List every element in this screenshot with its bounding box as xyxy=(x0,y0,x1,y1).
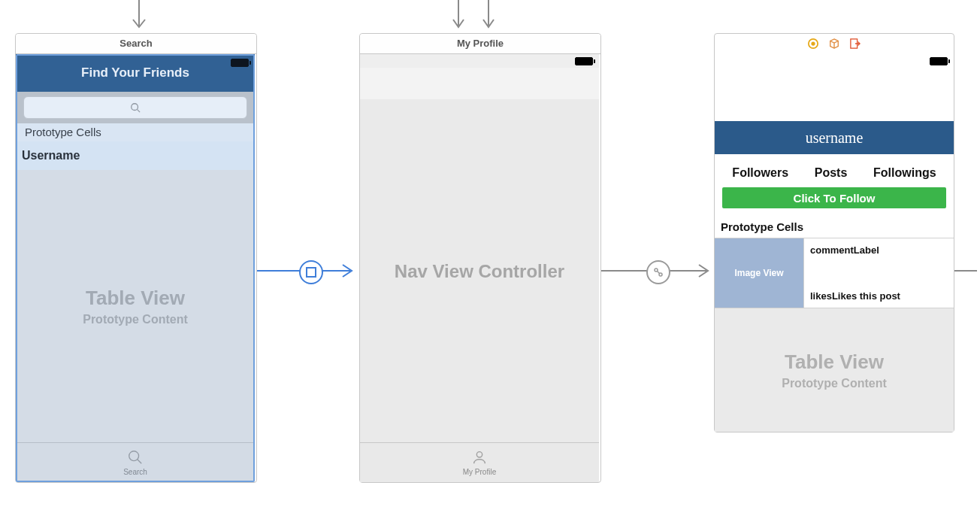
module-icon xyxy=(829,38,839,49)
likes-row: likesLikes this post xyxy=(810,290,948,302)
username-label: username xyxy=(806,129,864,147)
profile-tab-icon[interactable] xyxy=(471,449,488,466)
likes-text: Likes this post xyxy=(832,290,900,302)
table-view-placeholder: Table View Prototype Content xyxy=(16,170,255,443)
comment-label: commentLabel xyxy=(810,244,948,256)
posts-label[interactable]: Posts xyxy=(815,166,848,180)
scene-title-myprofile: My Profile xyxy=(360,34,600,54)
svg-point-14 xyxy=(811,41,815,45)
scene-myprofile[interactable]: My Profile Nav View Controller My Profil… xyxy=(359,33,601,483)
svg-point-1 xyxy=(132,104,138,111)
stats-row: Followers Posts Followings xyxy=(715,154,954,187)
class-icon xyxy=(808,38,818,49)
battery-icon xyxy=(231,59,249,67)
initial-arrow-search xyxy=(128,0,150,33)
username-bar: username xyxy=(715,121,954,154)
username-cell[interactable]: Username xyxy=(16,141,255,171)
tab-bar: Search xyxy=(16,442,255,482)
segue-icon-relationship[interactable] xyxy=(646,260,670,284)
post-cell[interactable]: Image View commentLabel likesLikes this … xyxy=(715,238,954,308)
scene-search[interactable]: Search Find Your Friends Prototype Cells… xyxy=(15,33,257,483)
post-cell-right: commentLabel likesLikes this post xyxy=(804,238,954,308)
tableview-label: Table View xyxy=(86,287,185,310)
show-segue-glyph xyxy=(306,267,316,278)
likes-prefix: likes xyxy=(810,290,832,302)
nav-controller-body: Nav View Controller xyxy=(360,99,599,443)
tableview-sub: Prototype Content xyxy=(83,313,188,326)
nav-controller-label: Nav View Controller xyxy=(395,261,564,282)
table-view-placeholder: Table View Prototype Content xyxy=(715,308,954,432)
followers-label[interactable]: Followers xyxy=(732,166,788,180)
tableview-label: Table View xyxy=(785,351,884,374)
segue-arrow-3-out xyxy=(954,263,980,278)
profile-image-area xyxy=(715,68,954,121)
search-icon xyxy=(130,102,141,113)
search-tab-icon[interactable] xyxy=(127,449,144,466)
tab-label-search: Search xyxy=(123,468,147,476)
svg-point-10 xyxy=(655,269,658,272)
followings-label[interactable]: Followings xyxy=(873,166,936,180)
follow-button[interactable]: Click To Follow xyxy=(722,187,946,208)
exit-icon xyxy=(850,38,861,49)
svg-point-8 xyxy=(476,452,482,457)
image-view: Image View xyxy=(715,238,804,308)
svg-point-11 xyxy=(659,273,662,276)
phone-search: Find Your Friends Prototype Cells Userna… xyxy=(16,54,255,482)
phone-userprofile: username Followers Posts Followings Clic… xyxy=(715,53,954,432)
scene-title-search: Search xyxy=(16,34,256,54)
segue-icon-show[interactable] xyxy=(299,260,323,284)
nav-bar: Find Your Friends xyxy=(16,54,255,92)
svg-line-12 xyxy=(658,272,660,274)
svg-line-4 xyxy=(138,460,142,464)
tab-label-myprofile: My Profile xyxy=(463,468,496,476)
scene-title-icons xyxy=(715,34,954,53)
svg-point-3 xyxy=(129,451,139,461)
storyboard-canvas[interactable]: Search Find Your Friends Prototype Cells… xyxy=(0,0,980,525)
search-bar-bg xyxy=(16,92,255,123)
prototype-header: Prototype Cells xyxy=(715,217,954,238)
battery-icon xyxy=(575,57,593,65)
phone-myprofile: Nav View Controller My Profile xyxy=(360,54,599,482)
initial-arrow-profile-2 xyxy=(481,0,496,33)
svg-line-2 xyxy=(138,110,141,113)
nav-bar-empty xyxy=(360,68,599,100)
relationship-segue-glyph xyxy=(652,266,664,278)
initial-arrow-profile-1 xyxy=(451,0,466,33)
scene-userprofile[interactable]: username Followers Posts Followings Clic… xyxy=(714,33,954,432)
search-field[interactable] xyxy=(23,96,247,119)
tableview-sub: Prototype Content xyxy=(782,377,887,390)
battery-icon xyxy=(930,57,948,65)
tab-bar: My Profile xyxy=(360,442,599,482)
prototype-header: Prototype Cells xyxy=(16,123,255,141)
